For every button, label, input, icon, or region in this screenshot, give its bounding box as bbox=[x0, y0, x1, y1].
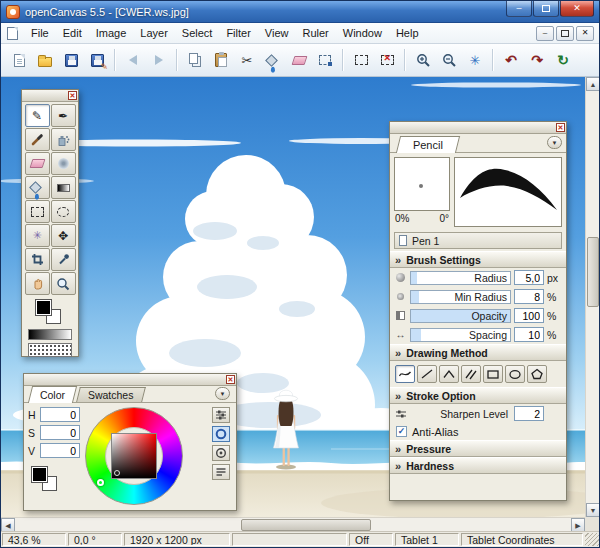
resize-grip[interactable] bbox=[585, 533, 599, 546]
tool-palette-close-button[interactable]: ✕ bbox=[68, 91, 77, 100]
tool-fill-button[interactable] bbox=[25, 176, 50, 199]
tool-move-button[interactable]: ✥ bbox=[51, 224, 76, 247]
fill-button[interactable] bbox=[260, 47, 286, 73]
tab-color[interactable]: Color bbox=[28, 386, 77, 403]
method-line-button[interactable] bbox=[417, 365, 437, 383]
saturation-value-field[interactable] bbox=[40, 425, 80, 440]
cut-button[interactable]: ✂ bbox=[234, 47, 260, 73]
maximize-button[interactable] bbox=[533, 1, 559, 17]
reset-view-button[interactable]: ✳ bbox=[462, 47, 488, 73]
method-polyline-button[interactable] bbox=[439, 365, 459, 383]
color-wheel[interactable] bbox=[85, 407, 183, 505]
mdi-restore-button[interactable] bbox=[556, 26, 574, 41]
method-freehand-button[interactable] bbox=[395, 365, 415, 383]
mdi-close-button[interactable]: ✕ bbox=[576, 26, 594, 41]
radius-slider[interactable]: Radius bbox=[410, 271, 511, 285]
tool-pencil-button[interactable]: ✎ bbox=[25, 104, 50, 127]
section-brush-settings[interactable]: » Brush Settings bbox=[390, 251, 566, 268]
section-hardness[interactable]: » Hardness bbox=[390, 457, 566, 474]
deselect-button[interactable] bbox=[374, 47, 400, 73]
menu-edit[interactable]: Edit bbox=[56, 24, 89, 42]
tool-pen-button[interactable]: ✒ bbox=[51, 104, 76, 127]
zoom-in-button[interactable] bbox=[410, 47, 436, 73]
section-pressure[interactable]: » Pressure bbox=[390, 440, 566, 457]
undo-button[interactable]: ↶ bbox=[498, 47, 524, 73]
horizontal-scroll-thumb[interactable] bbox=[241, 519, 371, 531]
saturation-value-cursor[interactable] bbox=[114, 470, 120, 476]
menu-select[interactable]: Select bbox=[175, 24, 220, 42]
tool-eyedropper-button[interactable] bbox=[51, 248, 76, 271]
select-rectangle-button[interactable] bbox=[348, 47, 374, 73]
brush-panel-titlebar[interactable]: ✕ bbox=[390, 122, 566, 134]
hue-cursor[interactable] bbox=[97, 479, 104, 486]
section-stroke-option[interactable]: » Stroke Option bbox=[390, 387, 566, 404]
tab-pencil[interactable]: Pencil bbox=[396, 136, 460, 153]
tool-eraser-button[interactable] bbox=[25, 152, 50, 175]
menu-view[interactable]: View bbox=[258, 24, 296, 42]
eraser-button[interactable] bbox=[286, 47, 312, 73]
tool-hand-button[interactable] bbox=[25, 272, 50, 295]
horizontal-scrollbar[interactable]: ◀ ▶ bbox=[1, 517, 585, 531]
tool-magic-wand-button[interactable]: ✳ bbox=[25, 224, 50, 247]
color-panel-close-button[interactable]: ✕ bbox=[226, 375, 235, 384]
color-panel-titlebar[interactable]: ✕ bbox=[24, 374, 236, 386]
menu-ruler[interactable]: Ruler bbox=[296, 24, 336, 42]
transform-button[interactable] bbox=[312, 47, 338, 73]
tool-palette-titlebar[interactable]: ✕ bbox=[22, 90, 78, 102]
tool-crop-button[interactable] bbox=[25, 248, 50, 271]
preview-angle-value[interactable]: 0° bbox=[439, 213, 449, 224]
forward-button[interactable] bbox=[146, 47, 172, 73]
value-value-field[interactable] bbox=[40, 443, 80, 458]
back-button[interactable] bbox=[120, 47, 146, 73]
tool-select-rectangle-button[interactable] bbox=[25, 200, 50, 223]
ring-mode-button[interactable] bbox=[212, 445, 230, 461]
wheel-mode-button[interactable] bbox=[212, 426, 230, 442]
radius-value-field[interactable] bbox=[514, 270, 544, 285]
menu-filter[interactable]: Filter bbox=[219, 24, 257, 42]
anti-alias-checkbox[interactable]: ✓ bbox=[396, 426, 407, 437]
tool-brush-button[interactable] bbox=[25, 128, 50, 151]
menu-image[interactable]: Image bbox=[89, 24, 134, 42]
section-drawing-method[interactable]: » Drawing Method bbox=[390, 344, 566, 361]
method-hatch-button[interactable] bbox=[461, 365, 481, 383]
preset-row[interactable]: Pen 1 bbox=[394, 232, 562, 249]
color-panel-menu-button[interactable]: ▼ bbox=[215, 387, 230, 400]
brush-tip-preview[interactable] bbox=[394, 157, 450, 211]
gradient-preview[interactable] bbox=[28, 329, 72, 340]
tool-blur-button[interactable] bbox=[51, 152, 76, 175]
spacing-slider[interactable]: Spacing bbox=[410, 328, 511, 342]
spacing-value-field[interactable] bbox=[514, 327, 544, 342]
refresh-button[interactable]: ↻ bbox=[550, 47, 576, 73]
vertical-scroll-thumb[interactable] bbox=[587, 237, 599, 307]
tool-airbrush-button[interactable] bbox=[51, 128, 76, 151]
method-ellipse-button[interactable] bbox=[505, 365, 525, 383]
min-radius-value-field[interactable] bbox=[514, 289, 544, 304]
save-button[interactable] bbox=[58, 47, 84, 73]
scroll-right-button[interactable]: ▶ bbox=[571, 518, 585, 532]
menu-file[interactable]: File bbox=[24, 24, 56, 42]
brush-panel-close-button[interactable]: ✕ bbox=[556, 123, 565, 132]
preview-scale-value[interactable]: 0% bbox=[395, 213, 409, 224]
menu-help[interactable]: Help bbox=[389, 24, 426, 42]
vertical-scrollbar[interactable]: ▲ ▼ bbox=[585, 77, 599, 517]
scroll-down-button[interactable]: ▼ bbox=[586, 503, 600, 517]
open-button[interactable] bbox=[32, 47, 58, 73]
paste-button[interactable] bbox=[208, 47, 234, 73]
tool-gradient-button[interactable] bbox=[51, 176, 76, 199]
minimize-button[interactable]: – bbox=[506, 1, 532, 17]
opacity-slider[interactable]: Opacity bbox=[410, 309, 511, 323]
menu-layer[interactable]: Layer bbox=[133, 24, 175, 42]
tab-swatches[interactable]: Swatches bbox=[76, 387, 145, 402]
slider-mode-button[interactable] bbox=[212, 407, 230, 423]
method-polygon-button[interactable] bbox=[527, 365, 547, 383]
save-as-button[interactable] bbox=[84, 47, 110, 73]
tool-lasso-button[interactable] bbox=[51, 200, 76, 223]
menu-window[interactable]: Window bbox=[336, 24, 389, 42]
scroll-up-button[interactable]: ▲ bbox=[586, 77, 600, 91]
close-button[interactable]: ✕ bbox=[560, 1, 594, 17]
current-foreground-chip[interactable] bbox=[32, 467, 47, 482]
list-mode-button[interactable] bbox=[212, 464, 230, 480]
hue-value-field[interactable] bbox=[40, 407, 80, 422]
pattern-preview[interactable] bbox=[28, 343, 72, 357]
zoom-out-button[interactable] bbox=[436, 47, 462, 73]
